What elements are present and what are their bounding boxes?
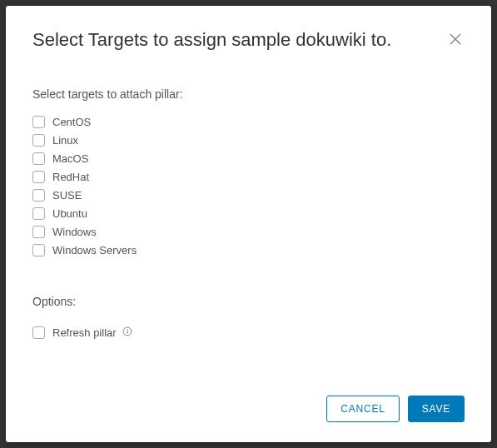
- target-row-macos[interactable]: MacOS: [32, 152, 465, 165]
- options-section: Options: Refresh pillar: [32, 295, 465, 339]
- checkbox-icon[interactable]: [32, 207, 45, 220]
- refresh-pillar-text: Refresh pillar: [52, 326, 117, 339]
- targets-section-label: Select targets to attach pillar:: [32, 87, 465, 101]
- checkbox-icon[interactable]: [32, 134, 45, 147]
- option-row-refresh-pillar[interactable]: Refresh pillar: [32, 326, 465, 339]
- modal-footer: CANCEL SAVE: [32, 396, 465, 422]
- target-row-centos[interactable]: CentOS: [32, 116, 465, 128]
- target-row-windows-servers[interactable]: Windows Servers: [32, 244, 465, 256]
- svg-point-4: [127, 329, 128, 330]
- target-row-windows[interactable]: Windows: [32, 226, 465, 238]
- save-button[interactable]: SAVE: [408, 396, 465, 422]
- targets-list: CentOS Linux MacOS RedHat SUSE Ubuntu: [32, 116, 465, 256]
- checkbox-icon[interactable]: [32, 189, 45, 202]
- target-label: SUSE: [52, 189, 82, 202]
- close-button[interactable]: [446, 30, 465, 51]
- checkbox-icon[interactable]: [32, 152, 45, 165]
- info-icon[interactable]: [122, 326, 132, 336]
- targets-section: Select targets to attach pillar: CentOS …: [32, 87, 465, 256]
- target-label: Windows: [52, 226, 97, 238]
- target-label: CentOS: [52, 116, 91, 128]
- options-section-label: Options:: [32, 295, 465, 308]
- modal-dialog: Select Targets to assign sample dokuwiki…: [6, 6, 491, 442]
- checkbox-icon[interactable]: [32, 244, 45, 256]
- target-row-ubuntu[interactable]: Ubuntu: [32, 207, 465, 220]
- target-label: Windows Servers: [52, 244, 137, 256]
- checkbox-icon[interactable]: [32, 326, 45, 339]
- cancel-button[interactable]: CANCEL: [326, 396, 399, 422]
- checkbox-icon[interactable]: [32, 171, 45, 183]
- modal-title: Select Targets to assign sample dokuwiki…: [32, 28, 391, 52]
- checkbox-icon[interactable]: [32, 226, 45, 238]
- target-row-linux[interactable]: Linux: [32, 134, 465, 147]
- modal-header: Select Targets to assign sample dokuwiki…: [32, 28, 465, 52]
- target-label: Linux: [52, 134, 78, 147]
- target-row-redhat[interactable]: RedHat: [32, 171, 465, 183]
- refresh-pillar-label: Refresh pillar: [52, 326, 132, 339]
- target-row-suse[interactable]: SUSE: [32, 189, 465, 202]
- target-label: RedHat: [52, 171, 89, 183]
- target-label: Ubuntu: [52, 207, 87, 220]
- checkbox-icon[interactable]: [32, 116, 45, 128]
- close-icon: [450, 33, 461, 47]
- target-label: MacOS: [52, 152, 88, 165]
